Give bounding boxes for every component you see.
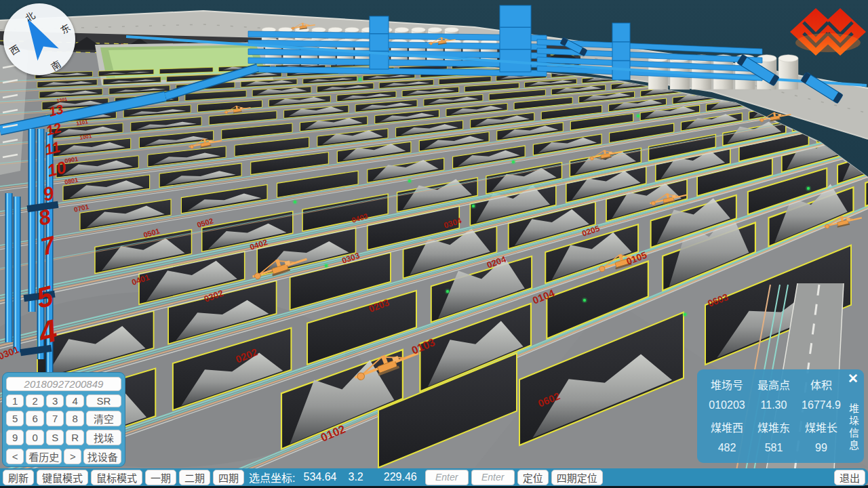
- pile-west-value: 482: [703, 442, 751, 454]
- status-dot: [446, 290, 449, 293]
- pile-length-header: 煤堆长: [796, 419, 846, 435]
- status-dot: [408, 180, 411, 182]
- phase1-button[interactable]: 一期: [145, 470, 176, 485]
- phase4-locate-button[interactable]: 四期定位: [551, 470, 603, 485]
- app-window: 0102010301040105020202030204020503010302…: [0, 0, 868, 488]
- volume-header: 体积: [796, 376, 846, 392]
- pile-info-panel: ✕ 堆场号 最高点 体积 010203 11.30 16774.9 煤堆西 煤堆…: [697, 369, 864, 463]
- highest-point-header: 最高点: [751, 376, 796, 392]
- phase4-button[interactable]: 四期: [213, 470, 244, 485]
- key-1[interactable]: 1: [6, 394, 24, 407]
- key-s[interactable]: S: [46, 430, 64, 445]
- key-5[interactable]: 5: [6, 411, 24, 426]
- key-0[interactable]: 0: [26, 430, 43, 445]
- history-next-button[interactable]: >: [64, 449, 81, 464]
- clear-button[interactable]: 清空: [86, 411, 121, 426]
- status-dot: [807, 187, 810, 190]
- yard-number-header: 堆场号: [703, 376, 751, 392]
- coord-label: 选点坐标:: [249, 469, 295, 485]
- keyboard-mouse-mode-button[interactable]: 键鼠模式: [37, 470, 88, 485]
- key-sr[interactable]: SR: [86, 394, 121, 407]
- compass-widget[interactable]: 北 东 西 南: [3, 3, 75, 75]
- coord-y-value: 3.2: [348, 471, 363, 483]
- status-dot: [583, 299, 586, 302]
- key-7[interactable]: 7: [46, 411, 64, 426]
- history-prev-button[interactable]: <: [6, 449, 24, 464]
- volume-value: 16774.9: [796, 399, 846, 411]
- coord-x-value: 534.64: [304, 471, 337, 483]
- find-device-button[interactable]: 找设备: [83, 449, 121, 464]
- close-icon[interactable]: ✕: [848, 371, 859, 386]
- phase2-button[interactable]: 二期: [179, 470, 210, 485]
- key-3[interactable]: 3: [46, 394, 64, 407]
- yard-number-value: 010203: [703, 399, 751, 411]
- highest-point-value: 11.30: [751, 399, 796, 411]
- status-dot: [325, 264, 328, 267]
- bottom-toolbar: 刷新 键鼠模式 鼠标模式 一期 二期 四期 选点坐标: 534.64 3.2 2…: [0, 468, 868, 486]
- status-dot: [512, 161, 515, 163]
- status-dot: [359, 78, 361, 81]
- pile-length-value: 99: [796, 442, 846, 454]
- key-6[interactable]: 6: [26, 411, 43, 426]
- coord-enter-input-2[interactable]: [471, 470, 515, 485]
- pile-east-value: 581: [751, 442, 796, 454]
- key-r[interactable]: R: [66, 430, 83, 445]
- pile-search-keypad-panel: 1 2 3 4 SR 5 6 7 8 清空 9 0 S R 找垛 < 看历史 >…: [2, 372, 125, 467]
- key-2[interactable]: 2: [26, 394, 43, 407]
- mouse-mode-button[interactable]: 鼠标模式: [91, 470, 142, 485]
- key-4[interactable]: 4: [66, 394, 83, 407]
- key-9[interactable]: 9: [6, 430, 24, 445]
- locate-button[interactable]: 定位: [517, 470, 549, 485]
- key-8[interactable]: 8: [66, 411, 83, 426]
- history-timestamp-input[interactable]: [6, 377, 121, 391]
- status-dot: [684, 313, 686, 316]
- pile-info-side-label: 堆垛信息: [846, 403, 861, 452]
- coord-enter-input-1[interactable]: [425, 470, 469, 485]
- status-dot: [637, 115, 639, 117]
- coord-z-value: 229.46: [384, 471, 417, 483]
- status-dot: [294, 201, 296, 203]
- compass-arrow-icon: [3, 3, 75, 75]
- find-pile-button[interactable]: 找垛: [86, 430, 121, 445]
- status-dot: [472, 205, 475, 207]
- exit-button[interactable]: 退出: [834, 470, 865, 485]
- refresh-button[interactable]: 刷新: [3, 470, 34, 485]
- pile-east-header: 煤堆东: [751, 419, 796, 435]
- view-history-button[interactable]: 看历史: [26, 449, 62, 464]
- pile-info-grid: 堆场号 最高点 体积 010203 11.30 16774.9 煤堆西 煤堆东 …: [703, 373, 838, 459]
- pile-west-header: 煤堆西: [703, 419, 751, 435]
